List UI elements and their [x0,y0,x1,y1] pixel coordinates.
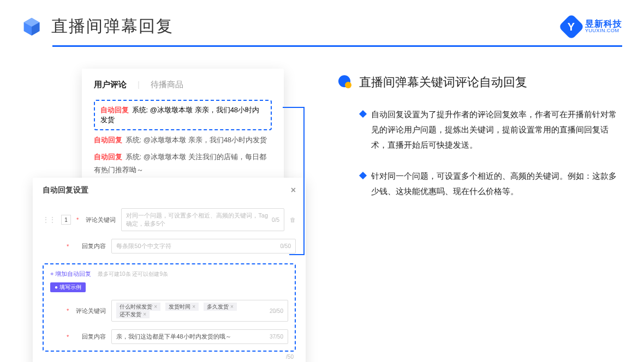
page-title: 直播间弹幕回复 [51,15,174,38]
comment-row: 自动回复 系统: @冰墩墩本墩 关注我们的店铺，每日都有热门推荐呦～ [94,150,272,177]
tab-pending-goods[interactable]: 待播商品 [151,80,183,90]
dialog-title: 自动回复设置 [43,185,88,195]
tab-user-comments[interactable]: 用户评论 [94,80,127,90]
auto-reply-badge: 自动回复 [100,106,129,114]
brand-logo-icon: Y [558,13,585,39]
keyword-input[interactable]: 对同一个问题，可设置多个相近、高频的关键词，Tag确定，最多5个 0/5 [121,208,284,231]
tag-chip[interactable]: 什么时候发货 [116,303,160,311]
tag-chip[interactable]: 还不发货 [116,310,150,318]
index-box: 1 [61,215,71,225]
keyword-field-row: ⋮⋮ 1 * 评论关键词 对同一个问题，可设置多个相近、高频的关键词，Tag确定… [43,208,296,231]
right-content: 直播间弹幕关键词评论自动回复 自动回复设置为了提升作者的评论回复效率，作者可在开… [338,69,622,336]
brand-name-cn: 昱新科技 [585,19,622,29]
close-icon[interactable]: × [291,185,296,195]
cube-logo-icon [22,17,41,37]
section-header: 直播间弹幕关键词评论自动回复 [338,74,622,90]
reply-field-row: * 回复内容 每条限50个中文字符 0/50 [43,239,296,254]
field-label: 回复内容 [74,333,106,341]
section-title: 直播间弹幕关键词评论自动回复 [359,74,527,90]
tag-chip[interactable]: 发货时间 [165,303,199,311]
example-tags-input[interactable]: 什么时候发货 发货时间 多久发货 还不发货 20/50 [111,300,288,322]
field-label: 评论关键词 [74,307,106,315]
page-header: 直播间弹幕回复 Y 昱新科技 YUUXIN.COM [0,0,644,45]
auto-reply-badge: 自动回复 [94,153,122,161]
example-reply-input[interactable]: 亲，我们这边都是下单48小时内发货的哦～ 37/50 [111,329,288,344]
tag-chip[interactable]: 多久发货 [204,303,237,311]
auto-reply-badge: 自动回复 [94,136,122,144]
reply-input[interactable]: 每条限50个中文字符 0/50 [111,239,296,254]
example-badge: ● 填写示例 [50,282,86,292]
field-label: 回复内容 [74,242,106,250]
field-label: 评论关键词 [84,216,116,224]
diamond-icon [359,110,367,118]
connector-line [283,107,305,108]
tabs-row: 用户评论 | 待播商品 [94,80,272,90]
highlighted-comment: 自动回复 系统: @冰墩墩本墩 亲亲，我们48小时内发货 [94,100,272,130]
brand-block: Y 昱新科技 YUUXIN.COM [562,17,622,36]
screenshot-stack: 用户评论 | 待播商品 自动回复 系统: @冰墩墩本墩 亲亲，我们48小时内发货… [33,69,317,336]
bullet-item: 自动回复设置为了提升作者的评论回复效率，作者可在开播前针对常见的评论用户问题，提… [338,107,622,152]
bullet-item: 针对同一个问题，可设置多个相近的、高频的关键词。例如：这款多少钱、这块能优惠吗、… [338,168,622,199]
add-hint: 最多可建10条 还可以创建9条 [98,271,168,277]
brand-name-en: YUUXIN.COM [585,28,622,34]
add-auto-reply-link[interactable]: + 增加自动回复 [50,270,91,277]
section-bullet-icon [338,75,353,89]
example-highlight-box: + 增加自动回复 最多可建10条 还可以创建9条 ● 填写示例 * 评论关键词 … [43,263,296,352]
connector-line [303,107,305,254]
drag-handle-icon[interactable]: ⋮⋮ [43,216,56,224]
comments-panel: 用户评论 | 待播商品 自动回复 系统: @冰墩墩本墩 亲亲，我们48小时内发货… [82,69,284,188]
trash-icon[interactable]: 🗑 [290,216,296,223]
outer-counter: /50 [43,352,296,360]
comment-row: 自动回复 系统: @冰墩墩本墩 亲亲，我们48小时内发货 [94,134,272,147]
diamond-icon [359,172,367,179]
settings-dialog: 自动回复设置 × ⋮⋮ 1 * 评论关键词 对同一个问题，可设置多个相近、高频的… [33,178,306,362]
connector-line [289,254,305,255]
